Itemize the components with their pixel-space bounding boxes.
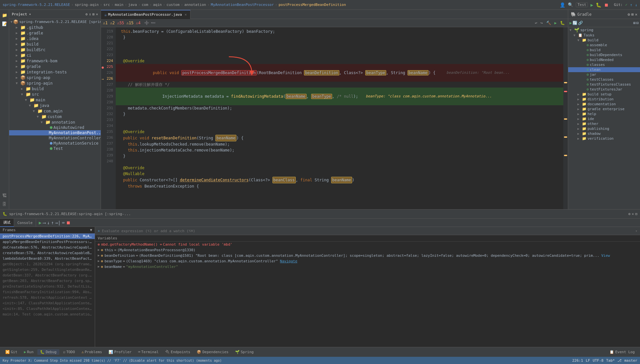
toolbar-run-icon[interactable]: ▶ xyxy=(553,20,558,26)
step-over-button[interactable]: ⟶ xyxy=(43,220,46,225)
step-into-button[interactable]: ↓ xyxy=(47,220,50,225)
error-count-4[interactable]: ⚠4 xyxy=(136,21,140,25)
sidebar-close-icon[interactable]: ✕ xyxy=(96,12,98,16)
frame-item-14[interactable]: main:14, Test (com.aqin.custom.annotatio… xyxy=(0,312,95,317)
error-count-55[interactable]: ⚠55 xyxy=(117,21,124,25)
debug-close-icon[interactable]: ✕ xyxy=(632,212,634,216)
editor-tab-main[interactable]: ☕ MyAnnotationBeanPostProcessor.java ✕ xyxy=(101,10,190,19)
tree-item-custom[interactable]: ▼ 📁 custom xyxy=(9,114,101,119)
gradle-item-testClasses[interactable]: ⚙ testClasses xyxy=(568,77,640,82)
tree-item-build[interactable]: ▶ 📁 build xyxy=(9,41,101,47)
gradle-item-buildDependents[interactable]: ⚙ buildDependents xyxy=(568,52,640,57)
tree-item-java[interactable]: ▼ 📁 java xyxy=(9,103,101,108)
tree-item-spring-framework[interactable]: ▼ 📦 spring-framework-5.2.21.RELEASE [spr… xyxy=(9,19,101,25)
run-to-cursor-button[interactable]: →| xyxy=(55,220,61,225)
position-label[interactable]: 226:1 xyxy=(572,358,583,363)
sidebar-expand-icon[interactable]: ⊞ xyxy=(92,12,95,16)
gradle-item-jar[interactable]: ⚙ jar xyxy=(568,72,640,77)
tree-item-AqinAutowired[interactable]: ▶ AqinAutowired xyxy=(9,125,101,130)
gradle-collapse-all-icon[interactable]: ⊟ xyxy=(636,21,639,25)
gradle-item-gradle-enterprise[interactable]: ▶ 📁 gradle enterprise xyxy=(568,107,640,111)
structure-button[interactable]: 🏗 xyxy=(1,192,9,199)
frame-item-8[interactable]: getBean:203, AbstractBeanFactory (org.sp… xyxy=(0,278,95,284)
tree-item-gradle[interactable]: ▶ 📁 .gradle xyxy=(9,30,101,36)
var-item-error[interactable]: ⊗ mbd.getFactoryMethodName() = Cannot fi… xyxy=(95,242,640,247)
tree-item-com-aqin[interactable]: ▼ 📁 com.aqin xyxy=(9,108,101,114)
tree-item-spring-aop[interactable]: ▶ 📦 spring-aop xyxy=(9,75,101,80)
step-out-button[interactable]: ↑ xyxy=(51,220,54,225)
view-link[interactable]: View xyxy=(601,253,610,258)
debug-settings-icon[interactable]: ⚙ xyxy=(628,212,630,216)
frame-item-5[interactable]: getObject:-1, 282821294 (org.springframe… xyxy=(0,261,95,267)
resume-button[interactable]: ▶ xyxy=(39,220,41,225)
gradle-close-icon[interactable]: ✕ xyxy=(635,12,637,17)
git-pull[interactable]: ↓ xyxy=(635,3,637,7)
navigate-link[interactable]: Navigate xyxy=(280,259,297,263)
debug-tab-console[interactable]: Console xyxy=(14,219,36,227)
event-log-button[interactable]: 📋 Event Log xyxy=(607,349,637,355)
evaluate-button[interactable]: ⌨ xyxy=(62,220,65,225)
gradle-item-classes[interactable]: ⚙ classes xyxy=(568,62,640,67)
tree-item-annotation[interactable]: ▼ 📁 annotation xyxy=(9,119,101,125)
frame-item-12[interactable]: <init>:147, ClassPathXmlApplicationConte… xyxy=(0,300,95,306)
run-button[interactable]: ▶ xyxy=(590,2,593,8)
gradle-item-tasks[interactable]: ▼ 📋 Tasks xyxy=(568,33,640,38)
tree-item-MyAnnotationController[interactable]: ▶ MyAnnotationController... xyxy=(9,135,101,141)
git-push[interactable]: ↑ xyxy=(630,3,632,7)
tree-item-idea[interactable]: ▶ 📁 .idea xyxy=(9,36,101,41)
gradle-item-publishing[interactable]: ▶ 📁 publishing xyxy=(568,126,640,131)
tree-item-integration-tests[interactable]: ▶ 📁 integration-tests xyxy=(9,69,101,75)
sidebar-settings-icon[interactable]: ⚙ xyxy=(86,12,88,16)
gradle-link-icon[interactable]: 🔗 xyxy=(578,21,583,25)
gradle-run-icon[interactable]: ▶ xyxy=(570,21,572,25)
gradle-item-build-task[interactable]: ⚙ build xyxy=(568,48,640,52)
warning-count-1[interactable]: ⚠1 xyxy=(103,21,108,25)
frame-item-7[interactable]: doGetBean:337, AbstractBeanFactory (org.… xyxy=(0,273,95,278)
commit-button[interactable]: 📝 xyxy=(1,20,9,28)
tree-item-src[interactable]: ▼ 📁 src xyxy=(9,91,101,97)
warning-count-15[interactable]: ⚠15 xyxy=(127,21,134,25)
problems-tool-button[interactable]: ⚠ Problems xyxy=(79,349,105,355)
gradle-expand-icon[interactable]: ⊞ xyxy=(631,12,634,17)
debug-tab-debug[interactable]: 调试 xyxy=(0,219,14,227)
gradle-item-assemble[interactable]: ⚙ assemble xyxy=(568,43,640,48)
frame-item-0[interactable]: postProcessMergedBeanDefinition:226, MyA… xyxy=(0,233,95,239)
run-tool-button[interactable]: ▶ Run xyxy=(21,349,36,355)
debug-tool-button[interactable]: 🐛 Debug xyxy=(37,349,59,355)
tab-close-button[interactable]: ✕ xyxy=(185,12,187,17)
gradle-item-help[interactable]: ▶ 📁 help xyxy=(568,111,640,116)
todo-tool-button[interactable]: ☑ TODO xyxy=(61,349,78,355)
stop-debug-button[interactable]: ⏹ xyxy=(66,220,70,225)
toolbar-undo-icon[interactable]: ↩ xyxy=(534,20,538,26)
encoding-label[interactable]: UTF-8 xyxy=(593,358,604,363)
add-icon[interactable]: ➕ xyxy=(144,21,149,25)
frames-filter-icon[interactable]: ▼ xyxy=(90,228,92,232)
project-view-button[interactable]: 📁 xyxy=(1,11,9,19)
debug-run-button[interactable]: 🐛 xyxy=(596,2,601,8)
git-branch-label[interactable]: master xyxy=(624,358,637,363)
toolbar-debug-icon[interactable]: 🐛 xyxy=(559,20,566,26)
tree-item-MyAnnotationBeanPostProcessor[interactable]: ▶ MyAnnotationBeanPost... xyxy=(9,130,101,135)
gradle-item-testFixturesClasses[interactable]: ⚙ testFixturesClasses xyxy=(568,82,640,87)
gradle-item-documentation[interactable]: ▶ 📁 documentation xyxy=(568,102,640,107)
sidebar-sort-icon[interactable]: ↕ xyxy=(89,12,91,16)
add-watch-icon[interactable]: + xyxy=(98,229,100,233)
gradle-item-buildNeeded[interactable]: ⚙ buildNeeded xyxy=(568,57,640,62)
tree-item-aqin-build[interactable]: ▶ 📁 build xyxy=(9,86,101,91)
gradle-item-testFixturesJar[interactable]: ⚙ testFixturesJar xyxy=(568,87,640,92)
tree-item-spring-aqin[interactable]: ▼ 📦 spring-aqin xyxy=(9,80,101,86)
frame-item-11[interactable]: refresh:578, AbstractApplicationContext … xyxy=(0,295,95,300)
toolbar-build-icon[interactable]: 🔨 xyxy=(545,20,552,26)
var-item-this[interactable]: ▶ ⊗ this = (MyAnnotationBeanPostProcesso… xyxy=(95,247,640,253)
warning-count-2[interactable]: ⚠2 xyxy=(110,21,114,25)
dependencies-tool-button[interactable]: 📦 Dependencies xyxy=(194,349,231,355)
toolbar-redo-icon[interactable]: ↪ xyxy=(540,20,544,26)
tree-item-buildSrc[interactable]: ▶ 📁 buildSrc xyxy=(9,47,101,52)
tree-item-Test[interactable]: ▶ Test xyxy=(9,146,101,151)
tree-item-github[interactable]: ▶ 📁 .github xyxy=(9,25,101,30)
var-item-beanName[interactable]: ▶ ⊗ beanName = "myAnnotationController" xyxy=(95,264,640,270)
frame-item-1[interactable]: applyMergedBeanDefinitionPostProcessors:… xyxy=(0,239,95,245)
gradle-expand-all-icon[interactable]: ⊞ xyxy=(633,21,636,25)
debug-expand-icon[interactable]: ⊟ xyxy=(635,212,637,216)
terminal-tool-button[interactable]: ⌨ Terminal xyxy=(135,349,161,355)
